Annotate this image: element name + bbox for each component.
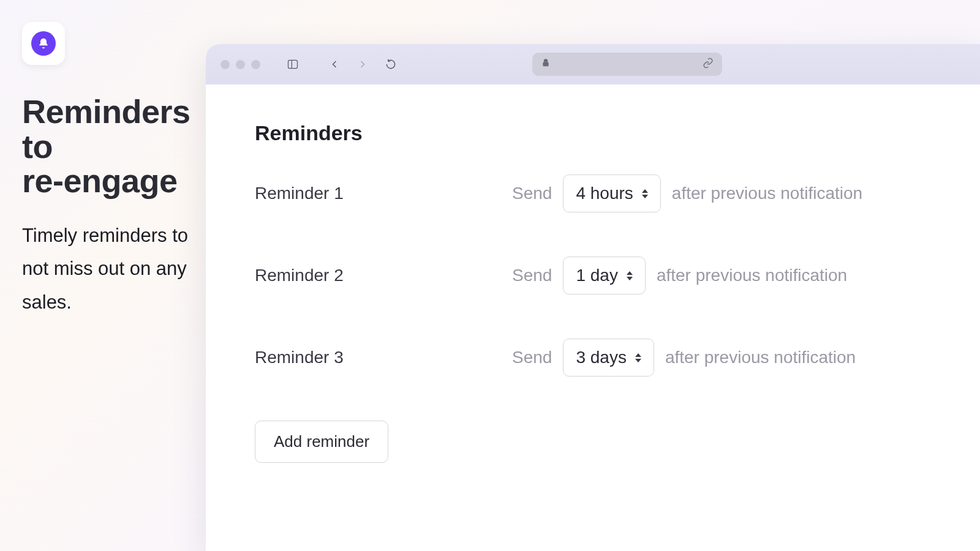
url-bar[interactable] xyxy=(532,53,722,76)
reminder-config: Send 3 days after previous notification xyxy=(512,339,856,377)
reminder-label: Reminder 3 xyxy=(255,348,512,367)
after-label: after previous notification xyxy=(672,184,862,203)
svg-rect-2 xyxy=(543,62,548,67)
select-caret-icon xyxy=(627,271,633,280)
reminder-config: Send 1 day after previous notification xyxy=(512,257,847,294)
select-caret-icon xyxy=(635,353,641,362)
window-minimize-dot[interactable] xyxy=(236,60,245,69)
back-icon[interactable] xyxy=(325,55,344,73)
send-label: Send xyxy=(512,266,552,285)
reminder-row: Reminder 2 Send 1 day after previous not… xyxy=(255,257,931,294)
window-controls xyxy=(221,60,260,69)
send-label: Send xyxy=(512,348,552,367)
reminder-row: Reminder 3 Send 3 days after previous no… xyxy=(255,339,931,377)
promo-panel: Reminders tore-engage Timely reminders t… xyxy=(22,22,194,319)
delay-value: 3 days xyxy=(576,348,627,367)
add-reminder-button[interactable]: Add reminder xyxy=(255,421,388,463)
window-close-dot[interactable] xyxy=(221,60,230,69)
promo-title: Reminders tore-engage xyxy=(22,94,194,198)
promo-icon-box xyxy=(22,22,65,65)
select-caret-icon xyxy=(642,189,648,198)
forward-icon[interactable] xyxy=(353,55,372,73)
browser-toolbar xyxy=(206,44,980,84)
reminder-row: Reminder 1 Send 4 hours after previous n… xyxy=(255,174,931,212)
delay-select[interactable]: 3 days xyxy=(563,339,654,377)
reminder-label: Reminder 2 xyxy=(255,266,512,285)
bell-icon xyxy=(31,31,56,56)
browser-window: Reminders Reminder 1 Send 4 hours after … xyxy=(206,44,980,551)
send-label: Send xyxy=(512,184,552,203)
delay-select[interactable]: 4 hours xyxy=(563,174,660,212)
reload-icon[interactable] xyxy=(382,55,400,73)
after-label: after previous notification xyxy=(665,348,856,367)
window-maximize-dot[interactable] xyxy=(251,60,260,69)
after-label: after previous notification xyxy=(657,266,847,285)
lock-icon xyxy=(541,58,551,70)
delay-select[interactable]: 1 day xyxy=(563,257,646,294)
page-content: Reminders Reminder 1 Send 4 hours after … xyxy=(206,84,980,487)
delay-value: 4 hours xyxy=(576,184,633,203)
reminder-config: Send 4 hours after previous notification xyxy=(512,174,862,212)
page-title: Reminders xyxy=(255,121,931,145)
delay-value: 1 day xyxy=(576,266,618,285)
reminder-label: Reminder 1 xyxy=(255,184,512,203)
svg-rect-0 xyxy=(288,60,298,68)
link-icon xyxy=(703,58,714,71)
sidebar-toggle-icon[interactable] xyxy=(284,55,302,73)
promo-subtitle: Timely reminders to not miss out on any … xyxy=(22,219,194,319)
